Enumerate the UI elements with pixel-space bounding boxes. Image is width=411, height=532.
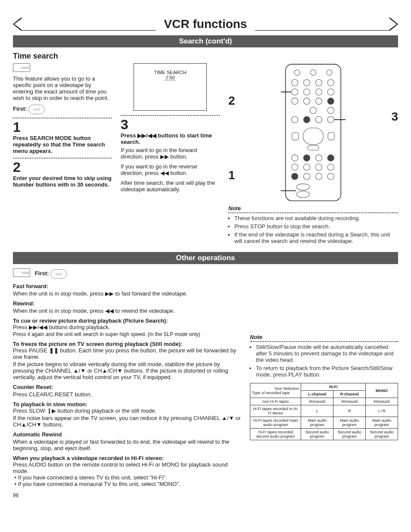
- cue-body1: Press ▶▶/◀◀ buttons during playback.: [13, 324, 241, 330]
- counter-title: Counter Reset:: [13, 384, 241, 390]
- svg-point-37: [327, 173, 334, 180]
- hifi-bul1: • If you have connected a stereo TV to t…: [13, 474, 241, 481]
- autorw-body: When a videotape is played or fast forwa…: [13, 439, 241, 451]
- angle-left-icon: [13, 17, 22, 31]
- svg-rect-24: [328, 133, 334, 140]
- svg-point-18: [292, 116, 298, 123]
- ff-title: Fast forward:: [13, 283, 241, 289]
- hifi-title: When you playback a videotape recorded i…: [13, 455, 241, 461]
- step-3-body1: If you want to go in the forward directi…: [121, 147, 220, 160]
- note-item: Still/Slow/Pause mode will be automatica…: [256, 344, 398, 363]
- angle-right-icon: [389, 17, 398, 31]
- svg-point-15: [327, 98, 334, 104]
- remote-icon: VCR: [28, 105, 45, 114]
- slow-title: To playback in slow motion:: [13, 401, 241, 408]
- hifi-table: Your Selection Type of recorded tape Hi-…: [250, 383, 398, 440]
- svg-point-33: [327, 164, 334, 171]
- svg-point-38: [296, 184, 309, 190]
- note-item: These functions are not available during…: [234, 215, 398, 221]
- svg-point-19: [304, 116, 310, 123]
- page-number: 96: [13, 492, 398, 498]
- counter-body: Press CLEAR/C.RESET button.: [13, 391, 241, 398]
- note-title: Note: [250, 334, 398, 342]
- step-1-number: 1: [13, 120, 112, 134]
- remote-icon: VCR: [50, 269, 67, 279]
- svg-point-21: [327, 116, 334, 123]
- svg-point-12: [292, 98, 298, 104]
- svg-point-17: [327, 107, 334, 114]
- page-title: VCR functions: [156, 17, 256, 31]
- step-2-number: 2: [13, 160, 112, 174]
- section-other: Other operations: [13, 252, 398, 264]
- svg-rect-22: [303, 128, 323, 145]
- step-3-body2: If you want to go in the reverse directi…: [121, 163, 220, 176]
- callout-2: 2: [228, 94, 235, 108]
- cue-body2: Press it again and the unit will search …: [13, 331, 241, 337]
- svg-point-34: [292, 173, 298, 180]
- svg-point-2: [311, 70, 316, 75]
- svg-point-26: [292, 155, 298, 161]
- svg-rect-23: [292, 133, 299, 140]
- vcr-tag-icon: VCR: [13, 268, 30, 277]
- svg-point-31: [304, 164, 310, 171]
- svg-point-35: [304, 173, 310, 180]
- hifi-bul2: • If you have connected a monaural TV to…: [13, 481, 241, 487]
- callout-3: 3: [391, 110, 398, 124]
- cue-title: To cue or review picture during playback…: [13, 317, 241, 324]
- freeze-body1: Press PAUSE ❚❚ button. Each time you pre…: [13, 347, 241, 360]
- autorw-title: Automatic Rewind: [13, 431, 241, 438]
- page-title-banner: VCR functions: [13, 17, 398, 31]
- svg-point-4: [292, 79, 298, 86]
- svg-point-8: [292, 89, 298, 95]
- table-row: Hi-Fi tapes recorded second audio progra…: [250, 429, 398, 440]
- svg-point-30: [292, 164, 298, 171]
- hifi-body1: Press AUDIO button on the remote control…: [13, 461, 241, 474]
- callout-1: 1: [228, 168, 235, 182]
- heading-time-search: Time search: [13, 52, 398, 61]
- step-3-body3: After time search, the unit will play th…: [121, 180, 220, 193]
- svg-point-20: [315, 116, 322, 123]
- step-1-title: Press SEARCH MODE button repeatedly so t…: [13, 135, 112, 154]
- table-row: Hi-Fi tapes recorded main audio programM…: [250, 417, 398, 429]
- other-note: Note Still/Slow/Pause mode will be autom…: [250, 334, 398, 378]
- svg-point-32: [315, 164, 322, 171]
- note-item: To return to playback from the Picture S…: [256, 365, 398, 378]
- svg-point-1: [294, 70, 300, 75]
- screen-label: TIME SEARCH: [138, 70, 202, 75]
- screen-value: 2:50: [165, 75, 175, 81]
- svg-point-36: [315, 173, 322, 180]
- svg-rect-25: [308, 146, 319, 150]
- remote-diagram: [281, 63, 346, 202]
- svg-point-3: [327, 70, 332, 75]
- time-search-note: Note These functions are not available d…: [228, 205, 398, 244]
- svg-point-16: [310, 107, 317, 114]
- note-title: Note: [228, 205, 398, 213]
- step-2-title: Enter your desired time to skip using Nu…: [13, 175, 112, 188]
- svg-point-10: [315, 89, 322, 95]
- svg-point-14: [315, 98, 322, 104]
- note-item: Press STOP button to stop the search.: [234, 223, 398, 230]
- svg-point-6: [315, 79, 322, 86]
- svg-point-13: [304, 98, 310, 104]
- svg-point-5: [304, 79, 310, 86]
- slow-body2: If the noise bars appear on the TV scree…: [13, 415, 241, 428]
- first-label: First:: [13, 106, 27, 112]
- freeze-body2: If the picture begins to vibrate vertica…: [13, 361, 241, 380]
- step-3-title: Press ▶▶/◀◀ buttons to start time search…: [121, 132, 220, 145]
- svg-point-7: [327, 79, 334, 86]
- svg-point-28: [315, 155, 322, 161]
- section-search: Search (cont'd): [13, 35, 398, 47]
- slow-body1: Press SLOW ❙▶ button during playback or …: [13, 408, 241, 414]
- freeze-title: To freeze the picture on TV screen durin…: [13, 341, 241, 347]
- svg-point-9: [304, 89, 310, 95]
- note-item: If the end of the videotape is reached d…: [234, 231, 398, 244]
- rw-body: When the unit is in stop mode, press ◀◀ …: [13, 308, 241, 314]
- vcr-tag-icon: VCR: [13, 63, 30, 72]
- step-3-number: 3: [121, 118, 220, 131]
- rw-title: Rewind:: [13, 300, 241, 307]
- first-label: First:: [35, 271, 49, 277]
- svg-point-11: [327, 89, 334, 95]
- ff-body: When the unit is in stop mode, press ▶▶ …: [13, 290, 241, 297]
- svg-point-27: [304, 155, 310, 161]
- table-row: Hi-Fi tapes recorded in Hi-Fi stereoLRL+…: [250, 405, 398, 417]
